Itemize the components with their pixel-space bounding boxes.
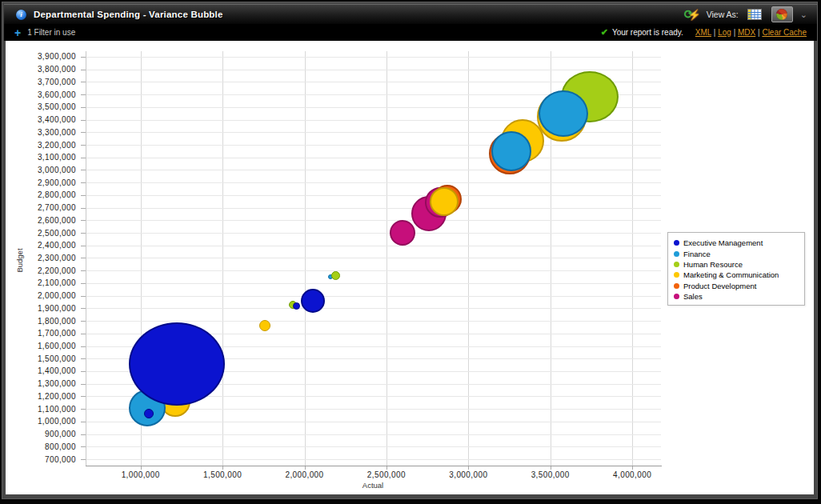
- info-icon[interactable]: i: [16, 10, 26, 20]
- legend-item-sales[interactable]: Sales: [674, 291, 800, 302]
- x-tick-label: 3,500,000: [517, 470, 584, 479]
- y-tick-label: 1,400,000: [6, 366, 76, 375]
- legend-label: Finance: [683, 250, 711, 258]
- link-xml[interactable]: XML: [695, 28, 711, 37]
- y-tick-label: 3,900,000: [6, 52, 76, 61]
- gridline-horizontal: [86, 296, 661, 297]
- x-tick-label: 2,500,000: [353, 470, 420, 479]
- link-mdx[interactable]: MDX: [738, 28, 755, 37]
- report-title: Departmental Spending - Variance Bubble: [34, 10, 223, 19]
- view-as-table-button[interactable]: [744, 6, 766, 22]
- y-tick-label: 2,200,000: [6, 266, 76, 275]
- gridline-horizontal: [86, 446, 661, 447]
- link-separator: |: [731, 28, 738, 37]
- table-icon: [747, 9, 762, 20]
- legend-dot-product_dev: [674, 283, 679, 289]
- link-separator: |: [711, 28, 718, 37]
- bubble-executive[interactable]: [301, 289, 325, 313]
- y-tick-label: 1,000,000: [6, 417, 76, 426]
- gridline-horizontal: [86, 308, 661, 309]
- y-tick-label: 3,300,000: [6, 128, 76, 137]
- gridline-horizontal: [86, 145, 661, 146]
- refresh-data-icon[interactable]: ⟳ ⚡: [684, 7, 699, 22]
- y-tick-label: 1,600,000: [6, 342, 76, 350]
- bubble-marketing[interactable]: [259, 320, 270, 331]
- view-as-label: View As:: [707, 10, 739, 19]
- chevron-down-icon[interactable]: ⌄: [800, 10, 807, 20]
- bubble-human_resource[interactable]: [331, 271, 340, 280]
- y-tick-label: 3,000,000: [6, 166, 76, 174]
- legend-dot-human_resource: [674, 262, 679, 267]
- x-tick-label: 2,000,000: [271, 470, 338, 479]
- y-tick-label: 1,100,000: [6, 405, 76, 414]
- bubble-finance[interactable]: [539, 90, 588, 137]
- legend-dot-finance: [674, 251, 679, 257]
- gridline-horizontal: [86, 182, 661, 183]
- y-tick-label: 2,000,000: [6, 291, 76, 300]
- y-tick-label: 800,000: [6, 442, 76, 451]
- legend-label: Sales: [683, 292, 703, 301]
- chart-area: Budget Actual Executive ManagementFinanc…: [6, 41, 814, 494]
- x-tick-label: 1,500,000: [189, 470, 256, 479]
- gridline-horizontal: [86, 70, 661, 70]
- y-tick-label: 3,800,000: [6, 65, 76, 74]
- add-filter-icon[interactable]: +: [14, 29, 21, 37]
- y-tick-label: 3,400,000: [6, 115, 76, 124]
- bubble-sales[interactable]: [390, 220, 415, 246]
- gridline-horizontal: [86, 270, 661, 271]
- statusbar-links: XML | Log | MDX | Clear Cache: [695, 28, 807, 37]
- title-bar: i Departmental Spending - Variance Bubbl…: [4, 4, 817, 24]
- x-tick-label: 1,000,000: [107, 470, 174, 479]
- link-log[interactable]: Log: [718, 28, 731, 37]
- gridline-horizontal: [86, 459, 661, 460]
- x-tick-label: 4,000,000: [599, 470, 666, 479]
- y-tick-label: 3,500,000: [6, 102, 76, 111]
- y-tick-label: 2,900,000: [6, 178, 76, 187]
- x-tick: [222, 466, 223, 470]
- legend-item-human_resource[interactable]: Human Resource: [674, 259, 800, 270]
- legend-dot-marketing: [674, 272, 679, 278]
- legend-item-executive[interactable]: Executive Management: [674, 238, 800, 248]
- legend-item-marketing[interactable]: Marketing & Communication: [674, 270, 800, 280]
- report-ready-label: Your report is ready.: [612, 28, 683, 37]
- statusbar-right: ✔ Your report is ready. XML | Log | MDX …: [601, 27, 817, 38]
- gridline-horizontal: [86, 246, 661, 246]
- y-tick-label: 1,900,000: [6, 304, 76, 313]
- bubble-executive[interactable]: [293, 302, 300, 310]
- lightning-icon: ⚡: [688, 9, 701, 21]
- y-tick-label: 2,100,000: [6, 278, 76, 287]
- link-clear-cache[interactable]: Clear Cache: [762, 28, 807, 37]
- titlebar-controls: ⟳ ⚡ View As: ⌄: [684, 6, 817, 22]
- check-icon: ✔: [601, 27, 608, 38]
- y-tick-label: 1,500,000: [6, 354, 76, 363]
- view-as-chart-button[interactable]: [771, 6, 793, 22]
- gridline-horizontal: [86, 258, 661, 258]
- legend-dot-executive: [674, 240, 679, 246]
- y-axis-line: [86, 51, 86, 466]
- bubble-executive[interactable]: [129, 322, 225, 406]
- y-tick-label: 2,500,000: [6, 229, 76, 238]
- gridline-horizontal: [86, 208, 661, 209]
- gridline-horizontal: [86, 434, 661, 435]
- bubble-finance[interactable]: [491, 131, 531, 171]
- y-tick-label: 2,700,000: [6, 203, 76, 212]
- legend-label: Human Resource: [683, 260, 743, 269]
- y-tick-label: 3,100,000: [6, 153, 76, 162]
- x-tick: [386, 466, 387, 470]
- y-tick-label: 2,300,000: [6, 254, 76, 262]
- gridline-horizontal: [86, 195, 661, 196]
- y-tick-label: 2,800,000: [6, 190, 76, 199]
- legend-item-finance[interactable]: Finance: [674, 248, 800, 258]
- status-bar: + 1 Filter in use ✔ Your report is ready…: [4, 24, 817, 41]
- gridline-horizontal: [86, 57, 661, 58]
- y-tick-label: 3,600,000: [6, 90, 76, 99]
- gridline-horizontal: [86, 158, 661, 158]
- x-axis-line: [86, 466, 662, 466]
- legend-item-product_dev[interactable]: Product Development: [674, 281, 800, 291]
- y-tick-label: 1,800,000: [6, 317, 76, 326]
- bubble-marketing[interactable]: [430, 187, 459, 216]
- legend-dot-sales: [674, 294, 679, 299]
- x-tick: [632, 466, 633, 470]
- legend-label: Executive Management: [683, 238, 763, 247]
- gridline-horizontal: [86, 321, 661, 322]
